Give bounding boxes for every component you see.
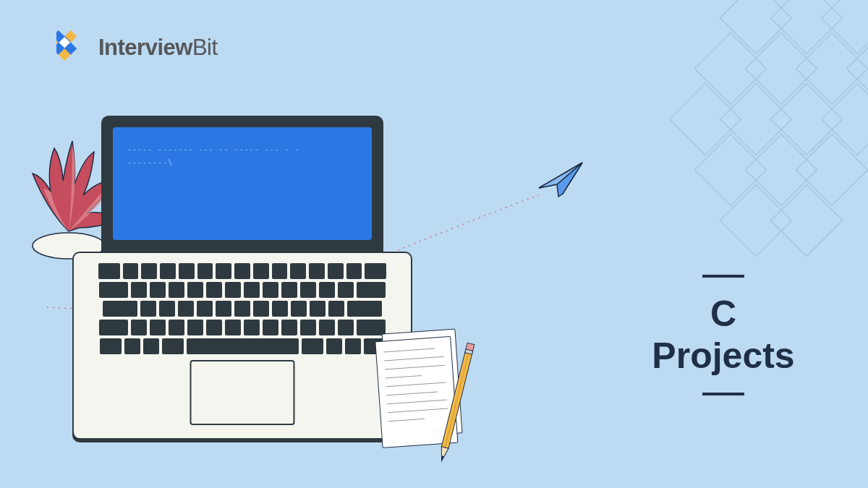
svg-rect-9	[771, 84, 843, 155]
title-line-2: Projects	[637, 335, 810, 377]
svg-rect-11	[695, 134, 767, 206]
code-line-2: --------\	[127, 156, 357, 169]
laptop-display: ----- ------- --- -- ----- --- - - -----…	[113, 127, 372, 240]
svg-rect-12	[746, 134, 817, 206]
laptop-illustration: ----- ------- --- -- ----- --- - - -----…	[72, 116, 412, 441]
trackpad	[190, 360, 295, 425]
title-bar-top	[702, 275, 744, 278]
svg-rect-7	[670, 84, 741, 155]
logo-text-part2: Bit	[192, 35, 218, 60]
logo-icon	[56, 30, 91, 65]
svg-rect-10	[822, 84, 868, 155]
svg-rect-6	[847, 33, 868, 105]
svg-rect-3	[695, 33, 767, 105]
keyboard	[98, 263, 386, 354]
title-bar-bottom	[702, 393, 744, 395]
page-title: C Projects	[637, 294, 810, 377]
code-line-1: ----- ------- --- -- ----- --- - -	[127, 143, 357, 156]
svg-rect-8	[720, 84, 792, 155]
svg-rect-4	[746, 33, 817, 105]
laptop-base	[72, 252, 412, 440]
laptop-screen-frame: ----- ------- --- -- ----- --- - - -----…	[101, 116, 383, 252]
title-line-1: C	[637, 294, 810, 335]
svg-rect-14	[720, 185, 792, 257]
svg-rect-5	[796, 33, 868, 105]
svg-rect-15	[771, 185, 843, 257]
brand-logo: InterviewBit	[56, 30, 218, 65]
logo-text-part1: Interview	[98, 35, 192, 60]
paper-plane-icon	[535, 159, 586, 199]
svg-rect-13	[796, 134, 868, 206]
title-block: C Projects	[637, 275, 810, 395]
logo-text: InterviewBit	[98, 35, 218, 61]
diamond-grid-decoration	[608, 0, 868, 260]
